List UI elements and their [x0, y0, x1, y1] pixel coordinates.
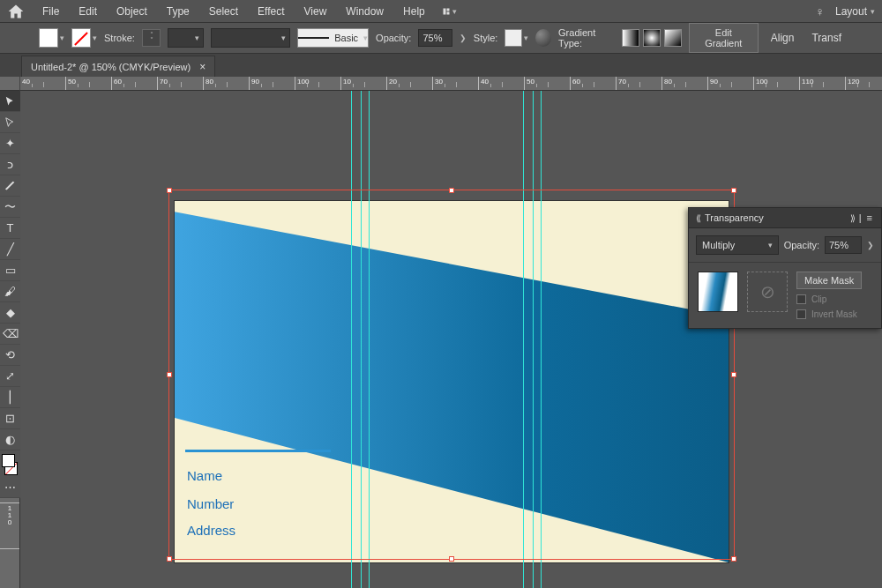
- collapse-icon[interactable]: ⟨⟨: [696, 213, 699, 223]
- toolbox: ✦ ɔ 〜 T ╱ ▭ 🖌 ◆ ⌫ ⟲ ⤢ ⎮ ⊡ ◐ ⋯: [0, 91, 20, 498]
- clip-label: Clip: [811, 294, 826, 304]
- recolor-icon[interactable]: [535, 29, 551, 47]
- menu-help[interactable]: Help: [394, 2, 434, 21]
- opacity-popup-icon[interactable]: ❯: [867, 241, 874, 249]
- svg-rect-2: [446, 11, 449, 14]
- opacity-field[interactable]: 75%: [418, 29, 452, 47]
- home-icon[interactable]: [7, 3, 25, 20]
- more-tools[interactable]: ⋯: [0, 477, 20, 498]
- guide-vertical[interactable]: [541, 91, 542, 588]
- workspace-switcher[interactable]: Layout ▾: [835, 5, 875, 18]
- brush-label: Basic: [334, 33, 358, 43]
- blend-mode-dropdown[interactable]: Multiply ▾: [696, 235, 779, 255]
- blend-mode-value: Multiply: [702, 240, 735, 250]
- panel-opacity-value: 75%: [829, 240, 848, 250]
- invert-label: Invert Mask: [811, 309, 857, 319]
- invert-checkbox-row[interactable]: Invert Mask: [796, 309, 862, 319]
- panel-title: Transparency: [705, 212, 764, 223]
- stroke-profile-dropdown[interactable]: ▾: [211, 28, 290, 48]
- handle[interactable]: [167, 372, 172, 377]
- gradient-freeform[interactable]: [664, 29, 682, 47]
- gradient-radial[interactable]: [643, 29, 661, 47]
- direct-selection-tool[interactable]: [0, 112, 20, 133]
- fill-swatch[interactable]: ▾: [39, 28, 64, 48]
- divider-line[interactable]: [185, 450, 331, 452]
- transform-button[interactable]: Transf: [806, 32, 847, 44]
- svg-rect-1: [446, 8, 449, 11]
- curvature-tool[interactable]: 〜: [0, 197, 20, 218]
- shaper-tool[interactable]: ◆: [0, 302, 20, 324]
- gradient-linear[interactable]: [622, 29, 639, 47]
- edit-gradient-button[interactable]: Edit Gradient: [689, 23, 759, 53]
- menu-object[interactable]: Object: [108, 2, 156, 21]
- ruler-horizontal[interactable]: 4050607080901001020304050607080901001101…: [20, 77, 882, 91]
- pen-tool[interactable]: [0, 175, 20, 197]
- handle[interactable]: [731, 372, 736, 377]
- checkbox-icon[interactable]: [796, 294, 806, 304]
- make-mask-button[interactable]: Make Mask: [796, 272, 862, 289]
- text-number[interactable]: Number: [187, 496, 234, 511]
- rectangle-tool[interactable]: ▭: [0, 260, 20, 281]
- panel-header[interactable]: ⟨⟨ Transparency ⟩⟩ | ≡: [689, 208, 881, 228]
- handle[interactable]: [449, 188, 454, 193]
- menu-edit[interactable]: Edit: [70, 2, 106, 21]
- discover-icon[interactable]: ♀: [815, 4, 825, 19]
- gradient-shape[interactable]: [175, 201, 729, 562]
- guide-vertical[interactable]: [351, 91, 362, 588]
- align-button[interactable]: Align: [766, 32, 800, 44]
- line-tool[interactable]: ╱: [0, 239, 20, 260]
- fill-stroke-swatches[interactable]: [0, 452, 20, 477]
- expand-icon[interactable]: ⟩⟩: [850, 213, 854, 223]
- checkbox-icon[interactable]: [796, 309, 806, 319]
- paintbrush-tool[interactable]: 🖌: [0, 281, 20, 302]
- eraser-tool[interactable]: ⌫: [0, 324, 20, 345]
- graphic-style-swatch[interactable]: ▾: [505, 29, 528, 47]
- arrange-docs-icon[interactable]: ▾: [443, 4, 457, 19]
- canvas[interactable]: Name Number Address: [20, 91, 882, 588]
- handle[interactable]: [731, 188, 736, 193]
- width-tool[interactable]: ⎮: [0, 387, 20, 408]
- mask-thumbnail[interactable]: ⊘: [747, 272, 788, 312]
- handle[interactable]: [167, 188, 172, 193]
- menu-effect[interactable]: Effect: [249, 2, 293, 21]
- gradient-type-group: [622, 29, 682, 47]
- type-tool[interactable]: T: [0, 218, 20, 239]
- workspace-label: Layout: [835, 5, 867, 18]
- panel-menu-icon[interactable]: ≡: [867, 212, 874, 223]
- text-name[interactable]: Name: [187, 468, 222, 483]
- handle[interactable]: [731, 556, 736, 562]
- clip-checkbox-row[interactable]: Clip: [796, 294, 862, 304]
- options-bar: ▾ ▾ Stroke: ˄˅ ▾ ▾ Basic▾ Opacity: 75% ❯…: [0, 22, 882, 54]
- menu-window[interactable]: Window: [337, 2, 392, 21]
- menu-file[interactable]: File: [34, 2, 68, 21]
- opacity-chevron-icon[interactable]: ❯: [460, 33, 467, 42]
- guide-vertical[interactable]: [369, 91, 370, 588]
- handle[interactable]: [167, 556, 172, 562]
- svg-rect-0: [443, 8, 445, 14]
- artboard: Name Number Address: [175, 201, 729, 562]
- lasso-tool[interactable]: ɔ: [0, 154, 20, 175]
- scale-tool[interactable]: ⤢: [0, 366, 20, 387]
- brush-definition[interactable]: Basic▾: [297, 28, 369, 48]
- object-thumbnail[interactable]: [698, 272, 738, 312]
- divider-icon: |: [859, 212, 862, 223]
- rotate-tool[interactable]: ⟲: [0, 345, 20, 366]
- shape-builder-tool[interactable]: ◐: [0, 429, 20, 450]
- document-tab-title: Untitled-2* @ 150% (CMYK/Preview): [31, 62, 191, 72]
- close-icon[interactable]: ×: [199, 61, 206, 73]
- menu-select[interactable]: Select: [200, 2, 247, 21]
- transparency-panel[interactable]: ⟨⟨ Transparency ⟩⟩ | ≡ Multiply ▾ Opacit…: [688, 207, 882, 329]
- free-transform-tool[interactable]: ⊡: [0, 408, 20, 429]
- stroke-swatch[interactable]: ▾: [71, 28, 97, 48]
- menu-type[interactable]: Type: [158, 2, 198, 21]
- stroke-weight-dropdown[interactable]: ▾: [168, 28, 204, 48]
- magic-wand-tool[interactable]: ✦: [0, 133, 20, 154]
- panel-opacity-field[interactable]: 75%: [825, 236, 862, 254]
- text-address[interactable]: Address: [187, 523, 235, 538]
- menu-view[interactable]: View: [295, 2, 336, 21]
- guide-vertical[interactable]: [523, 91, 534, 588]
- ruler-origin[interactable]: [0, 77, 20, 91]
- stroke-weight-stepper[interactable]: ˄˅: [142, 29, 161, 47]
- selection-tool[interactable]: [0, 91, 20, 112]
- document-tab[interactable]: Untitled-2* @ 150% (CMYK/Preview) ×: [21, 56, 215, 77]
